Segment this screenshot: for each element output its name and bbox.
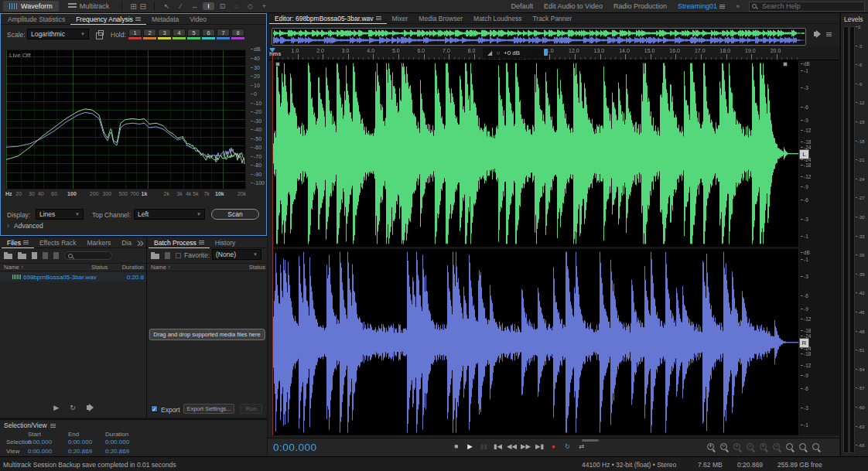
overview-navigator[interactable]: [272, 28, 806, 46]
tab-history[interactable]: History: [210, 237, 241, 248]
dual-display-icon[interactable]: ⊟: [140, 2, 146, 11]
file-row[interactable]: 698bpmBossa05-3bar.wav 0:20.8: [0, 272, 146, 282]
hold-button-6[interactable]: 6: [202, 29, 215, 39]
zoom-in-time-button[interactable]: +: [733, 443, 740, 450]
view-duration-value[interactable]: 0:20.869: [105, 448, 129, 455]
run-button[interactable]: Run: [240, 404, 262, 414]
hold-button-8[interactable]: 8: [231, 29, 244, 39]
fast-forward-button[interactable]: ▶▶: [521, 442, 531, 450]
workspace-tab-radio-production[interactable]: Radio Production: [613, 2, 667, 10]
skip-back-button[interactable]: ▮◀: [493, 442, 503, 450]
volume-envelope-icon[interactable]: ◢: [487, 49, 492, 56]
monitor-audio-icon[interactable]: [814, 32, 817, 36]
zoom-in-button[interactable]: +: [707, 443, 714, 450]
hold-button-3[interactable]: 3: [158, 29, 171, 39]
delete-button[interactable]: [53, 252, 59, 259]
pause-button[interactable]: ▮▮: [479, 442, 489, 450]
channel-l-button[interactable]: L: [799, 149, 809, 159]
gain-knob-icon[interactable]: ○: [496, 49, 500, 56]
hold-button-1[interactable]: 1: [128, 29, 142, 39]
tab-frequency-analysis[interactable]: Frequency Analysis: [70, 14, 146, 25]
rewind-button[interactable]: ◀◀: [507, 442, 517, 450]
waveform-left-channel[interactable]: [272, 60, 798, 247]
gain-value[interactable]: +0 dB: [504, 49, 520, 56]
tab-markers[interactable]: Markers: [82, 237, 117, 248]
heads-up-display[interactable]: ◢ ○ +0 dB: [483, 47, 548, 59]
loop-playback-button[interactable]: ↻: [70, 404, 76, 411]
tab-media-browser[interactable]: Media Browser: [413, 13, 468, 24]
horizontal-scrollbar[interactable]: [582, 439, 599, 442]
tab-files[interactable]: Files: [2, 237, 34, 248]
export-checkbox[interactable]: ✓: [151, 405, 158, 412]
skip-forward-button[interactable]: ▶▮: [535, 442, 545, 450]
open-batch-button[interactable]: [151, 254, 159, 259]
slip-tool[interactable]: ↔: [189, 2, 200, 10]
top-channel-select[interactable]: Left▼: [134, 209, 205, 220]
playhead-line[interactable]: [272, 47, 273, 435]
tab-dia[interactable]: Dia: [116, 237, 137, 248]
panel-menu-icon[interactable]: [50, 424, 56, 428]
favorite-select[interactable]: (None)▼: [212, 249, 261, 260]
playhead-handle[interactable]: [269, 48, 275, 53]
loop-playback-button[interactable]: ↻: [562, 442, 572, 450]
frequency-analysis-graph[interactable]: [6, 50, 245, 189]
scan-button[interactable]: Scan: [211, 209, 259, 220]
workspace-tab-default[interactable]: Default: [511, 2, 533, 10]
name-column[interactable]: Name ↑: [4, 264, 24, 271]
zoom-out-button[interactable]: −: [720, 443, 727, 450]
workspace-overflow-button[interactable]: »: [736, 2, 740, 10]
hud-pin-icon[interactable]: [544, 49, 548, 56]
marquee-selection-tool[interactable]: ⊡: [217, 2, 228, 10]
selection-end-value[interactable]: 0:00.000: [68, 439, 92, 445]
selection-duration-value[interactable]: 0:00.000: [105, 439, 129, 445]
workspace-tab-streaming01[interactable]: Streaming01: [678, 2, 725, 10]
search-input[interactable]: [749, 2, 865, 12]
overview-waveform[interactable]: [273, 29, 805, 44]
tab-amplitude-statistics[interactable]: Amplitude Statistics: [2, 14, 70, 25]
import-folder-button[interactable]: [18, 254, 26, 259]
spot-healing-brush-tool[interactable]: +: [258, 2, 270, 10]
amplitude-ruler[interactable]: dB-1-3-6-9-12-18-24-∞-24-18-12-9-6-3-1 d…: [799, 60, 839, 435]
zoom-full-button[interactable]: [812, 443, 819, 450]
tab-overflow-button[interactable]: »: [137, 236, 144, 250]
status-column[interactable]: Status: [249, 264, 265, 271]
waveform-display[interactable]: [272, 60, 798, 435]
view-end-value[interactable]: 0:20.869: [68, 448, 92, 455]
razor-tool[interactable]: ∕: [175, 2, 186, 10]
workspace-tab-edit-audio-to-video[interactable]: Edit Audio to Video: [544, 2, 603, 10]
skip-selection-button[interactable]: ⇄: [576, 442, 586, 450]
hold-button-5[interactable]: 5: [187, 29, 200, 39]
time-display[interactable]: 0:00.000: [273, 442, 317, 453]
editor-options-icon[interactable]: [826, 32, 832, 36]
zoom-selection-edge-button[interactable]: [799, 443, 806, 450]
tab-metadata[interactable]: Metadata: [146, 14, 184, 25]
time-selection-tool[interactable]: I: [203, 2, 214, 10]
waveform-view-button[interactable]: Waveform: [3, 1, 59, 12]
name-column[interactable]: Name ↑: [151, 264, 171, 271]
play-button[interactable]: ▶: [465, 442, 475, 450]
import-file-button[interactable]: [4, 254, 12, 259]
new-batch-button[interactable]: [165, 252, 170, 259]
copy-batch-button[interactable]: [176, 253, 181, 258]
zoom-in-amplitude-button[interactable]: +: [760, 443, 767, 450]
waveform-right-channel[interactable]: [272, 249, 798, 435]
timeline-ruler[interactable]: hms ↻ 1.02.03.04.05.06.07.08.09.010.011.…: [268, 47, 839, 60]
advanced-disclosure[interactable]: › Advanced: [7, 222, 43, 230]
record-button[interactable]: ●: [548, 442, 559, 450]
multitrack-view-button[interactable]: Multitrack: [62, 1, 116, 12]
move-tool[interactable]: ↖: [161, 2, 173, 10]
tab-video[interactable]: Video: [184, 14, 212, 25]
tab-track-panner[interactable]: Track Panner: [527, 13, 577, 24]
tab-mixer[interactable]: Mixer: [387, 13, 414, 24]
frequency-graph[interactable]: Live Off: [5, 49, 246, 189]
hold-button-2[interactable]: 2: [143, 29, 156, 39]
fade-in-handle[interactable]: [275, 62, 280, 67]
view-start-value[interactable]: 0:00.000: [28, 448, 52, 455]
tab-match-loudness[interactable]: Match Loudness: [468, 13, 527, 24]
tab-effects-rack[interactable]: Effects Rack: [34, 237, 82, 248]
zoom-to-selection-button[interactable]: [786, 443, 793, 450]
zoom-out-amplitude-button[interactable]: −: [773, 443, 780, 450]
lasso-selection-tool[interactable]: ◌: [231, 2, 242, 10]
zoom-out-time-button[interactable]: −: [747, 443, 754, 450]
selection-start-value[interactable]: 0:00.000: [28, 439, 52, 445]
